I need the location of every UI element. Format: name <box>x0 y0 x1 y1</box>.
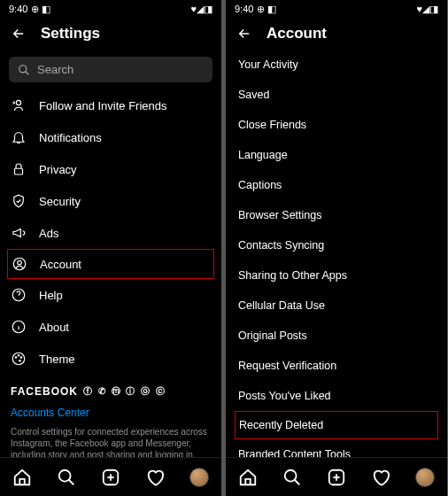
menu-label: Help <box>39 289 63 302</box>
status-icon: ⊕ ◧ <box>257 4 276 15</box>
megaphone-icon <box>11 225 27 241</box>
status-bar: 9:40 ⊕ ◧ ♥◢◨ <box>0 0 221 18</box>
fb-product-icons: ⓕ ✆ ⓜ ⓘ ⓞ ⓒ <box>83 385 166 398</box>
menu-account[interactable]: Account <box>7 249 214 279</box>
svg-point-4 <box>18 260 22 265</box>
home-icon[interactable] <box>238 468 258 487</box>
profile-avatar[interactable] <box>189 468 209 487</box>
item-captions[interactable]: Captions <box>226 170 447 200</box>
menu-follow-invite[interactable]: Follow and Invite Friends <box>0 89 221 121</box>
search-input[interactable]: Search <box>9 57 212 82</box>
menu-label: Notifications <box>39 131 102 144</box>
activity-heart-icon[interactable] <box>145 468 165 487</box>
menu-about[interactable]: About <box>0 311 221 343</box>
svg-point-9 <box>18 355 19 357</box>
page-title: Account <box>266 25 327 43</box>
lock-icon <box>11 161 27 177</box>
menu-security[interactable]: Security <box>0 185 221 217</box>
item-language[interactable]: Language <box>226 140 447 170</box>
page-title: Settings <box>41 25 100 43</box>
svg-point-8 <box>15 357 17 359</box>
activity-heart-icon[interactable] <box>371 468 390 487</box>
item-saved[interactable]: Saved <box>226 80 447 110</box>
svg-point-0 <box>19 65 27 72</box>
item-verification[interactable]: Request Verification <box>226 351 447 381</box>
settings-screen: 9:40 ⊕ ◧ ♥◢◨ Settings Search Follow and … <box>0 0 221 496</box>
search-placeholder: Search <box>37 63 73 76</box>
shield-icon <box>11 193 27 209</box>
header: Settings <box>0 18 221 50</box>
menu-label: About <box>39 321 69 334</box>
status-time: 9:40 <box>235 4 253 14</box>
menu-help[interactable]: Help <box>0 279 221 311</box>
menu-label: Ads <box>39 227 58 240</box>
item-original[interactable]: Original Posts <box>226 321 447 351</box>
menu-ads[interactable]: Ads <box>0 217 221 249</box>
help-icon <box>11 287 27 303</box>
item-recently-deleted[interactable]: Recently Deleted <box>235 411 438 439</box>
menu-label: Privacy <box>39 163 77 176</box>
add-friend-icon <box>11 97 27 113</box>
item-cellular[interactable]: Cellular Data Use <box>226 291 447 321</box>
svg-rect-2 <box>15 168 23 174</box>
search-nav-icon[interactable] <box>57 468 76 487</box>
status-icon: ⊕ ◧ <box>31 4 50 15</box>
status-right-icons: ♥◢◨ <box>416 4 438 15</box>
account-screen: 9:40 ⊕ ◧ ♥◢◨ Account Your Activity Saved… <box>226 0 447 496</box>
status-bar: 9:40 ⊕ ◧ ♥◢◨ <box>226 0 447 18</box>
svg-point-10 <box>20 357 22 359</box>
menu-privacy[interactable]: Privacy <box>0 153 221 185</box>
svg-point-14 <box>285 469 297 481</box>
menu-notifications[interactable]: Notifications <box>0 121 221 153</box>
info-icon <box>11 319 27 335</box>
back-icon[interactable] <box>236 26 252 42</box>
item-activity[interactable]: Your Activity <box>226 50 447 80</box>
status-time: 9:40 <box>9 4 27 14</box>
item-browser[interactable]: Browser Settings <box>226 200 447 230</box>
accounts-center-link[interactable]: Accounts Center <box>0 403 221 422</box>
header: Account <box>226 18 447 50</box>
svg-point-11 <box>19 360 21 362</box>
bottom-nav <box>0 457 221 496</box>
svg-point-12 <box>59 469 71 481</box>
status-right-icons: ♥◢◨ <box>190 4 212 15</box>
item-close-friends[interactable]: Close Friends <box>226 110 447 140</box>
menu-label: Security <box>39 195 81 208</box>
item-contacts[interactable]: Contacts Syncing <box>226 230 447 260</box>
item-sharing[interactable]: Sharing to Other Apps <box>226 260 447 291</box>
bottom-nav <box>226 457 447 496</box>
add-post-icon[interactable] <box>327 468 346 487</box>
facebook-section: FACEBOOK ⓕ ✆ ⓜ ⓘ ⓞ ⓒ <box>0 375 221 403</box>
svg-point-3 <box>13 258 26 270</box>
menu-theme[interactable]: Theme <box>0 343 221 375</box>
home-icon[interactable] <box>12 468 32 487</box>
item-liked[interactable]: Posts You've Liked <box>226 381 447 411</box>
search-nav-icon[interactable] <box>282 468 302 487</box>
menu-label: Theme <box>39 353 74 366</box>
svg-point-1 <box>16 100 20 105</box>
search-icon <box>18 64 30 76</box>
add-post-icon[interactable] <box>101 468 120 487</box>
menu-label: Account <box>40 258 81 271</box>
back-icon[interactable] <box>11 26 27 42</box>
bell-icon <box>11 129 27 145</box>
theme-icon <box>11 351 27 367</box>
profile-avatar[interactable] <box>415 468 435 487</box>
menu-label: Follow and Invite Friends <box>39 99 167 112</box>
account-icon <box>12 256 27 272</box>
